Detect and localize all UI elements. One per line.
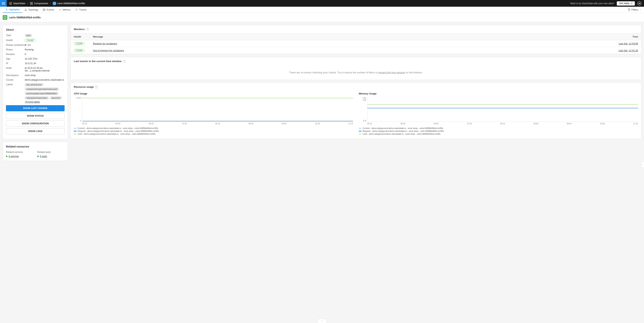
status-dot-icon (25, 44, 26, 46)
tab-events-label: Events (46, 8, 54, 11)
legend-item: Current - demo-playground.demo.stackstat… (359, 127, 638, 129)
monitor-row: CLEAR Out of memory for containers Last … (71, 47, 641, 54)
grid-icon (30, 2, 33, 5)
hamburger-icon (2, 2, 5, 4)
events-empty: There are no events matching your criter… (71, 65, 641, 80)
kv-health: HealthCLEAR (6, 39, 64, 42)
breadcrumb-current-label: carts-5688b645bd-mr99s (57, 2, 85, 5)
chevron-left-icon (642, 163, 644, 164)
chevron-down-icon (640, 9, 641, 11)
svg-rect-2 (32, 2, 32, 3)
tab-events[interactable]: Events (40, 7, 56, 13)
show-last-change-button[interactable]: SHOW LAST CHANGE (6, 105, 64, 111)
label-pill: java:true (50, 96, 62, 99)
filters-label: Filters (632, 8, 638, 11)
monitors-header: Monitors ? (71, 25, 641, 33)
breadcrumb: StackState / Components / carts-5688b645… (7, 2, 85, 5)
events-icon (43, 8, 46, 11)
kv-phase: PhaseRunning (6, 48, 64, 51)
th-health: Health (74, 35, 93, 38)
kv-labels: Labels api_service:true component-type:k… (6, 83, 64, 103)
breadcrumb-root[interactable]: StackState (9, 2, 25, 5)
tab-highlights[interactable]: Highlights (3, 7, 22, 13)
try-free-label: TRY FREE (619, 2, 630, 4)
stack-icon (9, 2, 12, 5)
monitors-section: Monitors ? Health Message Time CLEAR Res… (70, 25, 641, 54)
expand-time-window-link[interactable]: expand the time window (378, 71, 405, 74)
status-dot-icon (6, 156, 8, 157)
svg-line-5 (631, 2, 632, 3)
label-pill: component-type:kubernetes-pod (25, 87, 59, 91)
page-title: carts-5688b645bd-mr99s (9, 16, 41, 19)
help-icon[interactable]: ? (86, 28, 89, 31)
sidebar: About Typepod HealthCLEAR Ready containe… (3, 25, 68, 161)
related-pods-link[interactable]: 5 pods (37, 155, 64, 158)
tabs-bar: Highlights Topology Events Metrics Trace… (0, 7, 644, 13)
filter-icon (628, 8, 630, 11)
kv-ready: Ready containers1/1 (6, 44, 64, 46)
traces-icon (75, 8, 78, 11)
legend-item: Current - demo-playground.demo.stackstat… (74, 127, 353, 129)
monitor-row: CLEAR Restarts for containers Last Sat, … (71, 40, 641, 47)
legend-swatch-icon (359, 128, 362, 129)
monitor-time-link[interactable]: Last Sat, 12:43:09 (611, 42, 638, 45)
help-icon[interactable]: ? (123, 60, 126, 63)
filters-button[interactable]: Filters (628, 8, 641, 11)
memory-x-axis: 05:15 06:00 06:45 07:30 08:15 09:00 09:4… (359, 123, 638, 125)
breadcrumb-sep: / (50, 2, 51, 5)
resource-header: Resource usage ? (71, 83, 641, 91)
breadcrumb-current[interactable]: carts-5688b645bd-mr99s (53, 2, 85, 5)
legend-swatch-icon (74, 134, 76, 134)
monitor-message-link[interactable]: Restarts for containers (93, 42, 611, 45)
hamburger-menu[interactable] (0, 0, 7, 7)
breadcrumb-components[interactable]: Components (30, 2, 48, 5)
legend-swatch-icon (74, 131, 76, 131)
memory-legend: Current - demo-playground.demo.stackstat… (359, 127, 638, 135)
more-labels-link[interactable]: +9 more labels (25, 101, 64, 103)
kv-namespace: Namespacesock-shop (6, 74, 64, 77)
related-services: Related services 6 servces (6, 151, 33, 158)
tab-topology[interactable]: Topology (22, 7, 40, 13)
kv-type: Typepod (6, 34, 64, 37)
kv-ip: IP10.0.31.34 (6, 62, 64, 65)
tab-metrics-label: Metrics (63, 8, 71, 11)
related-services-label: Related services (6, 151, 33, 153)
related-services-link[interactable]: 6 servces (6, 155, 33, 158)
help-icon[interactable]: ? (95, 86, 98, 88)
events-section: Last events in the current time window ?… (70, 57, 641, 80)
cpu-chart-title: CPU Usage (74, 92, 353, 95)
memory-chart: Memory Usage 1.40 GiB 0 B (359, 91, 638, 136)
legend-swatch-icon (359, 131, 362, 131)
type-pill: pod (25, 34, 32, 37)
topbar-right: Want to try StackState with your own dat… (570, 1, 644, 5)
cpu-legend: Current - demo-playground.demo.stackstat… (74, 127, 353, 135)
label-pill: api_service:true (25, 83, 44, 86)
try-free-button[interactable]: TRY FREE (617, 1, 635, 5)
topbar: StackState / Components / carts-5688b645… (0, 0, 644, 7)
memory-plot[interactable] (367, 97, 638, 122)
tab-traces[interactable]: Traces (73, 7, 89, 13)
health-pill: CLEAR (25, 39, 36, 42)
events-header: Last events in the current time window ? (71, 57, 641, 65)
profile-icon[interactable] (638, 1, 641, 5)
tab-metrics[interactable]: Metrics (56, 7, 73, 13)
monitors-table-head: Health Message Time (71, 33, 641, 40)
try-text: Want to try StackState with your own dat… (570, 2, 614, 5)
legend-item: Limit - demo-playground.demo.stackstate.… (74, 133, 353, 135)
cpu-limit-line (82, 98, 353, 98)
page-header: carts-5688b645bd-mr99s (0, 13, 644, 22)
monitor-message-link[interactable]: Out of memory for containers (93, 49, 611, 52)
cpu-y-axis: 0.500 0 (74, 97, 82, 122)
monitor-time-link[interactable]: Last Sat, 12:41:16 (611, 49, 638, 52)
cpu-plot[interactable] (82, 97, 353, 122)
legend-swatch-icon (359, 134, 362, 134)
side-panel-toggle[interactable] (641, 161, 644, 164)
health-pill: CLEAR (74, 42, 84, 45)
show-status-button[interactable]: SHOW STATUS (6, 113, 64, 119)
show-logs-button[interactable]: SHOW LOGS (6, 128, 64, 134)
topology-icon (24, 8, 27, 11)
main-content: Monitors ? Health Message Time CLEAR Res… (70, 25, 641, 139)
breadcrumb-components-label: Components (34, 2, 48, 5)
show-configuration-button[interactable]: SHOW CONFIGURATION (6, 120, 64, 127)
related-heading: Related resources (6, 145, 64, 148)
